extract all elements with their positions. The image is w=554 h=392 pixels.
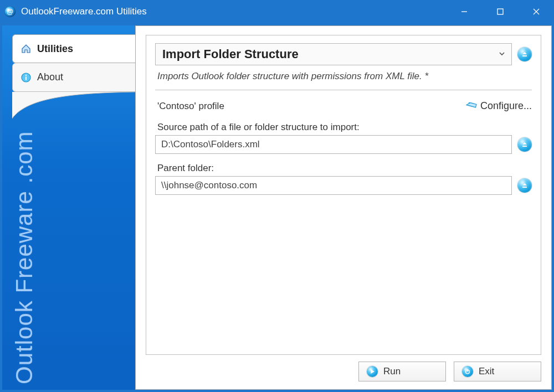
- maximize-button[interactable]: [482, 0, 518, 23]
- content-area: Import Folder Structure Imports Outlook …: [135, 25, 552, 390]
- chevron-down-icon: [498, 50, 506, 59]
- utility-selector-label: Import Folder Structure: [162, 47, 299, 61]
- window-title: OutlookFreeware.com Utilities: [21, 6, 147, 17]
- svg-point-6: [25, 74, 27, 75]
- home-icon: [20, 43, 32, 54]
- utility-selector[interactable]: Import Folder Structure: [155, 43, 512, 65]
- configure-link[interactable]: Configure...: [466, 99, 532, 113]
- play-icon: [367, 366, 378, 377]
- power-icon: [462, 366, 473, 377]
- browse-source-button[interactable]: [517, 137, 532, 152]
- run-button-label: Run: [383, 366, 401, 377]
- parent-folder-input[interactable]: [155, 176, 512, 195]
- bottom-bar: Run Exit: [146, 355, 541, 381]
- sidebar: Utilities About Outlook Freeware .com: [2, 25, 135, 390]
- minimize-button[interactable]: [446, 0, 482, 23]
- source-path-input[interactable]: [155, 135, 512, 154]
- close-button[interactable]: [518, 0, 554, 23]
- sidebar-tab-utilities[interactable]: Utilities: [12, 34, 135, 63]
- svg-rect-10: [522, 187, 527, 188]
- tag-icon: [466, 99, 477, 113]
- exit-button-label: Exit: [479, 366, 494, 377]
- svg-rect-5: [25, 76, 27, 80]
- browse-parent-button[interactable]: [517, 178, 532, 193]
- svg-rect-9: [522, 146, 527, 147]
- info-icon: [20, 72, 32, 83]
- sidebar-tab-about[interactable]: About: [12, 63, 135, 92]
- title-bar: @ OutlookFreeware.com Utilities: [0, 0, 554, 23]
- utility-panel: Import Folder Structure Imports Outlook …: [146, 35, 541, 355]
- svg-rect-7: [522, 55, 527, 56]
- sidebar-tab-label: About: [37, 71, 63, 83]
- svg-rect-1: [497, 9, 503, 14]
- app-icon: @: [4, 6, 16, 17]
- svg-point-8: [469, 102, 470, 104]
- run-button[interactable]: Run: [358, 362, 446, 381]
- parent-folder-label: Parent folder:: [155, 163, 532, 174]
- exit-button[interactable]: Exit: [454, 362, 541, 381]
- utility-description: Imports Outlook folder structure with pe…: [155, 71, 532, 90]
- configure-label: Configure...: [480, 100, 532, 112]
- eject-utility-button[interactable]: [517, 47, 532, 61]
- profile-label: 'Contoso' profile: [157, 101, 224, 112]
- sidebar-tab-label: Utilities: [37, 43, 73, 55]
- source-path-label: Source path of a file or folder structur…: [155, 122, 532, 133]
- brand-watermark: Outlook Freeware .com: [2, 123, 47, 389]
